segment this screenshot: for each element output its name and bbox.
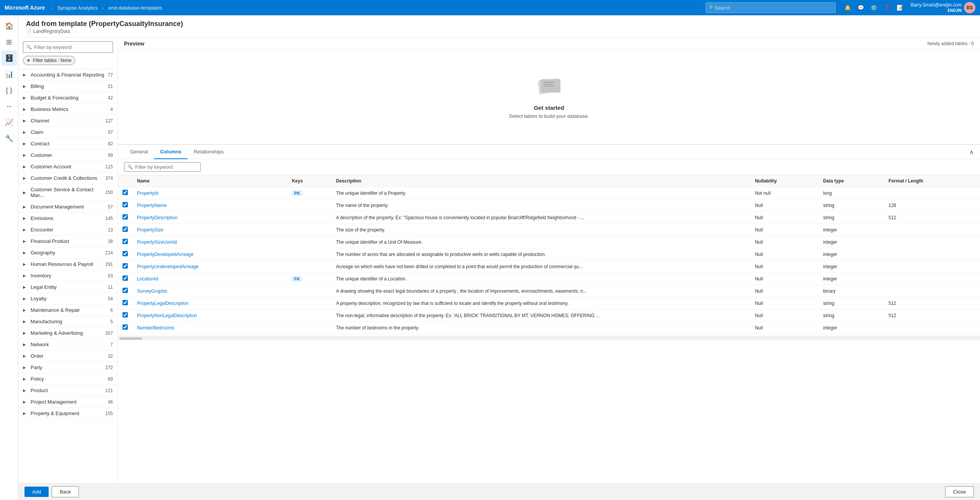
category-item[interactable]: ▶ Product 121 (18, 385, 118, 396)
category-item[interactable]: ▶ Policy 69 (18, 373, 118, 385)
tab-general[interactable]: General (124, 145, 154, 159)
row-checkbox-cell[interactable] (118, 236, 132, 248)
monitor-icon-btn[interactable]: 📈 (2, 115, 17, 130)
avatar[interactable]: BS (964, 2, 975, 13)
table-row[interactable]: PropertyDescription A description of the… (118, 212, 980, 224)
horizontal-scrollbar[interactable] (118, 336, 980, 340)
category-item[interactable]: ▶ Manufacturing 5 (18, 316, 118, 327)
table-row[interactable]: PropertyNonLegalDescription The non-lega… (118, 309, 980, 322)
category-item[interactable]: ▶ Billing 21 (18, 81, 118, 92)
row-checkbox[interactable] (122, 312, 128, 318)
row-checkbox[interactable] (122, 324, 128, 330)
category-item[interactable]: ▶ Channel 127 (18, 115, 118, 127)
category-item[interactable]: ▶ Document Management 57 (18, 201, 118, 213)
row-checkbox[interactable] (122, 214, 128, 220)
category-item[interactable]: ▶ Customer Account 115 (18, 161, 118, 173)
row-checkbox-cell[interactable] (118, 248, 132, 261)
row-checkbox-cell[interactable] (118, 285, 132, 297)
table-row[interactable]: LocationId FK The unique identifier of a… (118, 273, 980, 285)
table-filter-row: 🔍 (118, 159, 980, 175)
category-item[interactable]: ▶ Budget & Forecasting 42 (18, 92, 118, 104)
row-name: SurveyGraphic (132, 285, 287, 297)
category-item[interactable]: ▶ Financial Product 38 (18, 236, 118, 247)
row-checkbox[interactable] (122, 288, 128, 293)
category-item[interactable]: ▶ Emissions 145 (18, 213, 118, 224)
category-item[interactable]: ▶ Loyalty 54 (18, 293, 118, 305)
breadcrumb-db[interactable]: end-database-templates (108, 5, 162, 11)
collapse-button[interactable]: ∧ (969, 148, 974, 156)
row-checkbox-cell[interactable] (118, 187, 132, 199)
close-button[interactable]: Close (945, 486, 974, 497)
search-box[interactable]: 🔍 (706, 2, 836, 13)
settings-icon[interactable]: ⚙️ (869, 2, 879, 13)
row-checkbox[interactable] (122, 300, 128, 305)
category-item[interactable]: ▶ Customer Credit & Collections 374 (18, 173, 118, 184)
row-checkbox-cell[interactable] (118, 297, 132, 309)
category-item[interactable]: ▶ Network 7 (18, 339, 118, 350)
category-item[interactable]: ▶ Order 32 (18, 350, 118, 362)
add-button[interactable]: Add (24, 487, 49, 497)
table-row[interactable]: PropertySizeUomId The unique identifier … (118, 236, 980, 248)
column-filter-input[interactable] (135, 164, 197, 170)
row-checkbox[interactable] (122, 226, 128, 232)
row-checkbox[interactable] (122, 239, 128, 244)
category-item[interactable]: ▶ Human Resources & Payroll 291 (18, 259, 118, 270)
category-item[interactable]: ▶ Maintenance & Repair 6 (18, 305, 118, 316)
category-item[interactable]: ▶ Encounter 13 (18, 224, 118, 236)
row-checkbox-cell[interactable] (118, 199, 132, 212)
table-row[interactable]: NumberBedrooms The number of bedrooms in… (118, 322, 980, 334)
category-item[interactable]: ▶ Business Metrics 4 (18, 104, 118, 115)
tab-relationships[interactable]: Relationships (188, 145, 230, 159)
row-checkbox-cell[interactable] (118, 261, 132, 273)
table-row[interactable]: PropertyUndevelopedAcreage Acreage on wh… (118, 261, 980, 273)
table-row[interactable]: PropertyId PK The unique identifier of a… (118, 187, 980, 199)
row-checkbox-cell[interactable] (118, 322, 132, 334)
table-row[interactable]: PropertySize The size of the property. N… (118, 224, 980, 236)
preview-title: Preview (124, 41, 144, 47)
database-icon-btn[interactable]: 🗄️ (2, 50, 17, 66)
back-button[interactable]: Back (52, 486, 79, 497)
integrate-icon-btn[interactable]: ↔️ (2, 99, 17, 114)
grid-icon-btn[interactable]: ⊞ (2, 34, 17, 50)
data-icon-btn[interactable]: 📊 (2, 67, 17, 82)
category-item[interactable]: ▶ Claim 97 (18, 127, 118, 138)
table-row[interactable]: PropertyDevelopedAcreage The number of a… (118, 248, 980, 261)
row-checkbox[interactable] (122, 263, 128, 269)
breadcrumb-synapse[interactable]: Synapse Analytics (57, 5, 98, 11)
table-row[interactable]: SurveyGraphic A drawing showing the exac… (118, 285, 980, 297)
category-item[interactable]: ▶ Party 272 (18, 362, 118, 373)
category-item[interactable]: ▶ Geography 214 (18, 247, 118, 259)
row-checkbox[interactable] (122, 251, 128, 256)
home-icon-btn[interactable]: 🏠 (2, 18, 17, 34)
table-row[interactable]: PropertyLegalDescription A property desc… (118, 297, 980, 309)
category-item[interactable]: ▶ Accounting & Financial Reporting 77 (18, 69, 118, 81)
scrollbar-thumb[interactable] (119, 337, 142, 340)
row-checkbox[interactable] (122, 202, 128, 207)
category-item[interactable]: ▶ Project Management 46 (18, 396, 118, 408)
row-checkbox-cell[interactable] (118, 309, 132, 322)
tab-columns[interactable]: Columns (154, 145, 188, 159)
row-checkbox[interactable] (122, 275, 128, 281)
develop-icon-btn[interactable]: { } (2, 83, 17, 98)
manage-icon-btn[interactable]: 🔧 (2, 131, 17, 146)
category-item[interactable]: ▶ Marketing & Advertising 267 (18, 327, 118, 339)
row-checkbox-cell[interactable] (118, 224, 132, 236)
row-checkbox-cell[interactable] (118, 273, 132, 285)
feedback-icon[interactable]: 📝 (895, 2, 905, 13)
filter-tables-button[interactable]: ▼ Filter tables : None (23, 56, 75, 65)
category-item[interactable]: ▶ Customer 99 (18, 150, 118, 161)
row-checkbox[interactable] (122, 190, 128, 195)
category-item[interactable]: ▶ Inventory 63 (18, 270, 118, 282)
category-item[interactable]: ▶ Legal Entity 11 (18, 282, 118, 293)
row-datatype: integer (818, 236, 884, 248)
table-row[interactable]: PropertyName The name of the property. N… (118, 199, 980, 212)
category-item[interactable]: ▶ Customer Service & Contact Man... 150 (18, 184, 118, 201)
help-icon[interactable]: ❓ (882, 2, 892, 13)
row-checkbox-cell[interactable] (118, 212, 132, 224)
notification-icon[interactable]: 🔔 (843, 2, 853, 13)
filter-keyword-input[interactable] (34, 44, 109, 50)
category-item[interactable]: ▶ Property & Equipment 155 (18, 408, 118, 419)
search-input[interactable] (715, 5, 832, 11)
category-item[interactable]: ▶ Contract 82 (18, 138, 118, 150)
chat-icon[interactable]: 💬 (856, 2, 866, 13)
